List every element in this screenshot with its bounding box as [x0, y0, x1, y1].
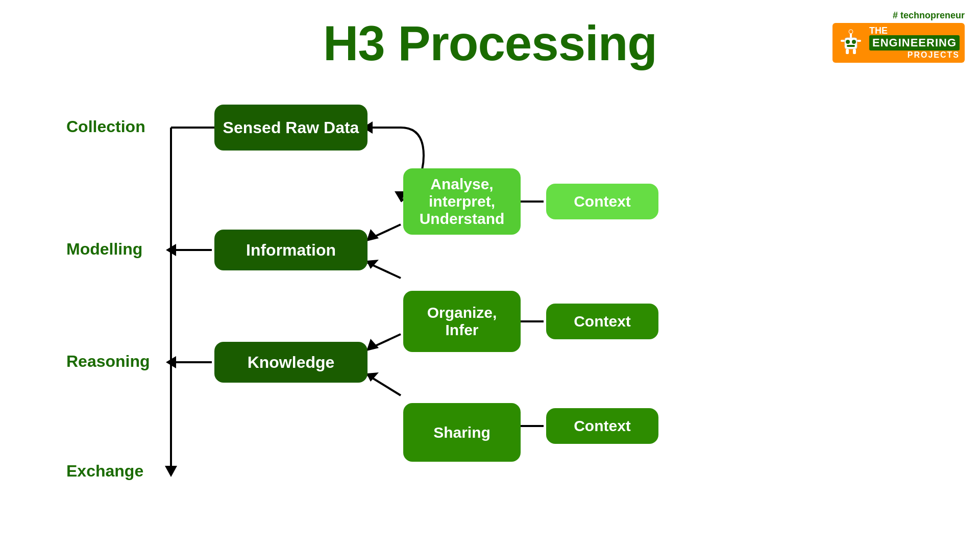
context1-box: Context	[546, 184, 658, 219]
label-collection: Collection	[66, 117, 145, 136]
knowledge-box: Knowledge	[214, 342, 368, 383]
information-box: Information	[214, 230, 368, 270]
analyse-box: Analyse, interpret, Understand	[403, 168, 521, 235]
label-exchange: Exchange	[66, 462, 143, 481]
logo-projects-label: PROJECTS	[908, 51, 960, 60]
svg-rect-3	[847, 45, 855, 47]
svg-point-2	[852, 40, 856, 44]
logo-text: THE ENGINEERING PROJECTS	[869, 26, 960, 60]
svg-marker-11	[165, 466, 177, 477]
organize-box: Organize, Infer	[403, 291, 521, 352]
logo-tagline: # technopreneur	[893, 10, 965, 21]
sensed-raw-data-box: Sensed Raw Data	[214, 105, 368, 151]
logo-area: # technopreneur THE ENGINEERING PROJECTS	[832, 10, 965, 63]
svg-rect-7	[857, 40, 861, 42]
logo-box: THE ENGINEERING PROJECTS	[832, 23, 965, 63]
logo-the-label: THE	[869, 26, 888, 35]
diagram: Collection Modelling Reasoning Exchange …	[0, 89, 980, 538]
svg-rect-6	[841, 40, 845, 42]
svg-rect-8	[846, 49, 849, 54]
svg-point-1	[846, 40, 850, 44]
logo-robot-icon	[836, 28, 866, 58]
label-modelling: Modelling	[66, 240, 142, 259]
context3-box: Context	[546, 408, 658, 444]
sharing-box: Sharing	[403, 403, 521, 462]
logo-engineering-label: ENGINEERING	[869, 35, 960, 51]
svg-point-5	[849, 30, 853, 34]
svg-rect-9	[853, 49, 856, 54]
label-reasoning: Reasoning	[66, 352, 150, 371]
context2-box: Context	[546, 304, 658, 339]
